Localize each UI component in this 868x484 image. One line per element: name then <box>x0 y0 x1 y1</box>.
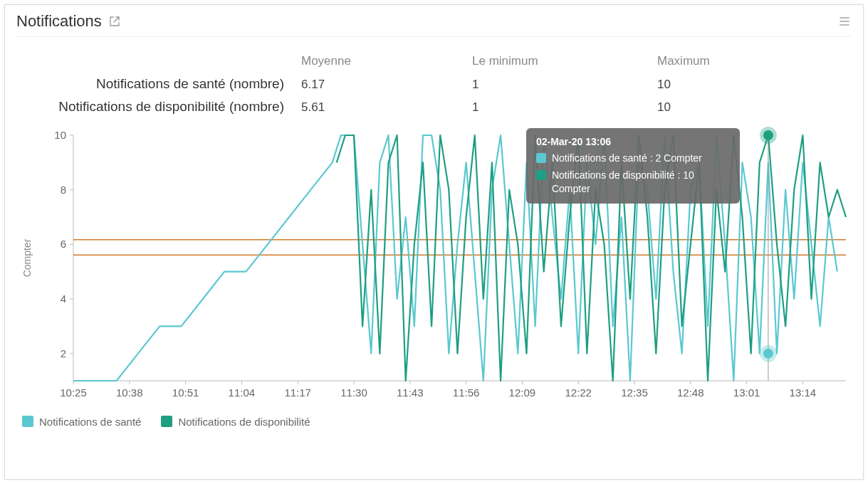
svg-text:11:04: 11:04 <box>229 386 256 399</box>
stats-label: Notifications de santé (nombre) <box>16 75 301 93</box>
stats-row: Notifications de santé (nombre) 6.17 1 1… <box>16 73 852 95</box>
svg-text:2: 2 <box>61 347 66 359</box>
svg-text:11:43: 11:43 <box>397 386 424 399</box>
panel-title: Notifications <box>16 12 102 31</box>
svg-text:Compter: Compter <box>21 238 33 277</box>
legend-swatch <box>22 416 33 427</box>
col-max: Maximum <box>657 54 800 68</box>
svg-text:13:01: 13:01 <box>733 386 760 399</box>
col-avg: Moyenne <box>301 54 472 68</box>
svg-text:10:25: 10:25 <box>60 386 87 399</box>
svg-text:12:48: 12:48 <box>677 386 704 399</box>
tooltip-swatch-dispo <box>536 170 546 180</box>
legend-item-dispo[interactable]: Notifications de disponibilité <box>161 416 310 428</box>
svg-text:10:51: 10:51 <box>172 386 199 399</box>
tooltip-line-dispo: Notifications de disponibilité : 10 Comp… <box>552 169 730 196</box>
svg-text:10: 10 <box>54 129 66 141</box>
panel-header: Notifications <box>16 12 852 37</box>
stats-val-min: 1 <box>472 78 657 92</box>
legend-label: Notifications de santé <box>39 416 141 428</box>
svg-text:13:14: 13:14 <box>790 386 817 399</box>
chart-tooltip: 02-Mar-20 13:06 Notifications de santé :… <box>526 128 740 204</box>
svg-text:12:22: 12:22 <box>565 386 592 399</box>
stats-header-row: Moyenne Le minimum Maximum <box>16 50 852 73</box>
stats-val-avg: 5.61 <box>301 100 472 115</box>
stats-val-min: 1 <box>472 100 657 115</box>
legend-label: Notifications de disponibilité <box>178 416 310 428</box>
stats-label: Notifications de disponibilité (nombre) <box>16 98 301 115</box>
svg-text:4: 4 <box>61 293 66 305</box>
notifications-panel: Notifications Moyenne Le minimum Maximum… <box>4 4 864 480</box>
svg-text:12:09: 12:09 <box>509 386 536 399</box>
svg-text:6: 6 <box>61 238 66 250</box>
svg-text:12:35: 12:35 <box>621 386 648 399</box>
stats-row: Notifications de disponibilité (nombre) … <box>16 95 852 118</box>
svg-text:11:17: 11:17 <box>284 386 311 399</box>
svg-point-50 <box>763 130 773 140</box>
svg-text:11:30: 11:30 <box>340 386 367 399</box>
popout-icon[interactable] <box>109 16 120 27</box>
stats-table: Moyenne Le minimum Maximum Notifications… <box>16 50 852 118</box>
svg-text:11:56: 11:56 <box>453 386 480 399</box>
stats-val-max: 10 <box>657 100 800 115</box>
legend-item-sante[interactable]: Notifications de santé <box>22 416 141 428</box>
tooltip-line-sante: Notifications de santé : 2 Compter <box>552 152 702 166</box>
col-min: Le minimum <box>472 54 657 68</box>
chart-legend: Notifications de santé Notifications de … <box>16 413 852 431</box>
tooltip-timestamp: 02-Mar-20 13:06 <box>536 135 730 149</box>
svg-text:8: 8 <box>61 183 66 195</box>
menu-icon[interactable] <box>837 14 852 28</box>
svg-text:10:38: 10:38 <box>116 386 143 399</box>
legend-swatch <box>161 416 172 427</box>
stats-val-avg: 6.17 <box>301 78 472 92</box>
svg-point-48 <box>763 348 773 358</box>
chart-area[interactable]: 24681010:2510:3810:5111:0411:1711:3011:4… <box>16 121 852 406</box>
stats-val-max: 10 <box>657 78 800 92</box>
tooltip-swatch-sante <box>536 153 546 163</box>
